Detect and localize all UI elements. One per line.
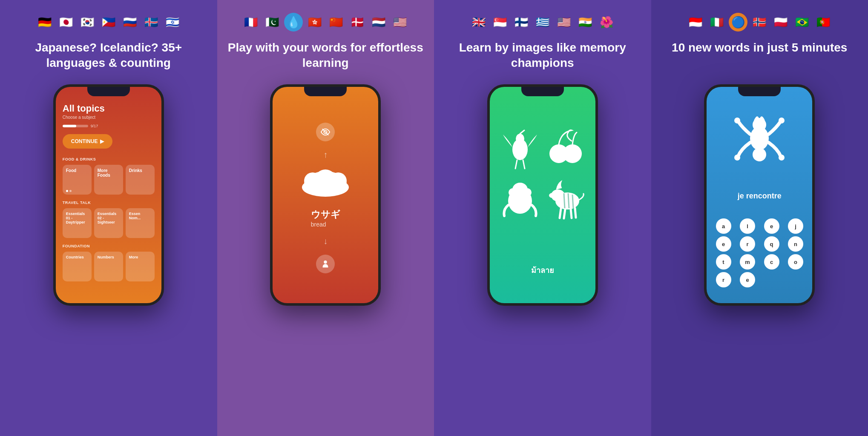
flag-philippines: 🇵🇭 (99, 13, 118, 32)
crane-cell (501, 124, 539, 171)
progress-bar-row: 9/17 (63, 124, 155, 128)
phone-mockup-2: ↑ ウサギ bread ↓ (270, 84, 381, 306)
phone-notch-1 (87, 87, 130, 96)
letter-r2[interactable]: r (716, 272, 731, 287)
section-foundation: FOUNDATION (63, 244, 155, 248)
letter-e3[interactable]: e (740, 272, 755, 287)
panel-images: 🇬🇧 🇸🇬 🇫🇮 🇬🇷 🇺🇸 🇮🇳 🌺 Learn by images like… (434, 0, 651, 436)
svg-line-24 (564, 209, 565, 218)
svg-point-7 (330, 172, 347, 189)
svg-point-8 (324, 261, 327, 264)
svg-point-35 (779, 155, 785, 161)
topic-card-numbers[interactable]: Numbers (94, 252, 123, 281)
flag-singapore: 🇸🇬 (491, 13, 509, 32)
letter-o[interactable]: o (788, 254, 803, 270)
flag-brazil: 🇧🇷 (793, 13, 811, 32)
letter-m[interactable]: m (740, 254, 755, 270)
svg-point-15 (563, 144, 582, 163)
phone-screen-1: All topics Choose a subject 9/17 CONTINU… (56, 87, 161, 303)
svg-point-34 (734, 155, 740, 161)
svg-line-11 (520, 130, 524, 134)
headline-2: Play with your words for effortless lear… (226, 40, 426, 74)
drinks-label: Drinks (129, 168, 142, 173)
letter-e1[interactable]: e (764, 218, 779, 234)
flag-china: 🇨🇳 (327, 13, 345, 32)
svg-point-32 (734, 118, 740, 123)
topic-card-essentials-1[interactable]: Essentials 01 - Daytripper (63, 208, 92, 238)
travel-cards-row: Essentials 01 - Daytripper Essentials 02… (63, 208, 155, 238)
eye-icon-circle (316, 123, 335, 141)
flag-india: 🇮🇳 (576, 13, 595, 32)
essentials2-label: Essentials 02 - Sightseer (98, 212, 120, 224)
letter-r[interactable]: r (740, 236, 755, 252)
essentials3-label: Essen Nom... (129, 212, 151, 220)
letter-e2[interactable]: e (716, 236, 731, 252)
dot-1 (66, 190, 68, 192)
arrow-up: ↑ (323, 150, 328, 160)
flag-germany: 🇩🇪 (35, 13, 54, 32)
food-label: Food (66, 168, 76, 173)
numbers-label: Numbers (98, 255, 114, 259)
svg-point-18 (509, 188, 517, 197)
topic-card-essentials-3[interactable]: Essen Nom... (126, 208, 155, 238)
headline-4: 10 new words in just 5 minutes (672, 40, 847, 74)
flag-israel: 🇮🇱 (163, 13, 182, 32)
topic-card-more[interactable]: More (126, 252, 155, 281)
letter-n[interactable]: n (788, 236, 803, 252)
phone-screen-2: ↑ ウサギ bread ↓ (273, 87, 378, 303)
flag-portugal: 🇵🇹 (814, 13, 833, 32)
flag-france: 🇫🇷 (241, 13, 260, 32)
letter-l[interactable]: l (740, 218, 755, 234)
svg-point-22 (549, 193, 556, 198)
flag-korea: 🇰🇷 (78, 13, 97, 32)
panel-new-words: 🇮🇩 🇮🇹 🔵 🇳🇴 🇵🇱 🇧🇷 🇵🇹 10 new words in just… (651, 0, 868, 436)
food-cards-row: Food More Foods Drinks (63, 165, 155, 195)
svg-point-33 (779, 118, 785, 123)
flag-row-4: 🇮🇩 🇮🇹 🔵 🇳🇴 🇵🇱 🇧🇷 🇵🇹 (686, 13, 833, 32)
svg-point-36 (753, 148, 766, 161)
flag-japan: 🇯🇵 (57, 13, 75, 32)
flag-usa-3: 🇺🇸 (555, 13, 573, 32)
letter-a[interactable]: a (716, 218, 731, 234)
panel-languages: 🇩🇪 🇯🇵 🇰🇷 🇵🇭 🇷🇺 🇮🇸 🇮🇱 Japanese? Icelandic… (0, 0, 217, 436)
continue-button[interactable]: CONTINUE ▶ (63, 134, 113, 149)
letter-j[interactable]: j (788, 218, 803, 234)
animal-grid (497, 120, 589, 224)
topic-card-drinks[interactable]: Drinks (126, 165, 155, 195)
letter-c[interactable]: c (764, 254, 779, 270)
flag-denmark: 🇩🇰 (348, 13, 367, 32)
topic-card-food[interactable]: Food (63, 165, 92, 195)
phone-notch-4 (738, 87, 781, 96)
foundation-cards-row: Countries Numbers More (63, 252, 155, 281)
panel-play-words: 🇫🇷 🇵🇰 💧 🇭🇰 🇨🇳 🇩🇰 🇳🇱 🇺🇸 Play with your wo… (217, 0, 434, 436)
letter-q[interactable]: q (764, 236, 779, 252)
figure-image (732, 109, 787, 174)
letter-t[interactable]: t (716, 254, 731, 270)
topic-card-essentials-2[interactable]: Essentials 02 - Sightseer (94, 208, 123, 238)
flag-hongkong: 🇭🇰 (305, 13, 324, 32)
thai-word: ม้าลาย (531, 264, 554, 276)
topic-card-more-foods[interactable]: More Foods (94, 165, 123, 195)
letter-grid: a l e j e r q n t m c o r e (711, 218, 808, 287)
flag-greece: 🇬🇷 (533, 13, 552, 32)
more-label: More (129, 255, 138, 259)
choose-subject: Choose a subject (63, 115, 155, 120)
food-dots (66, 190, 72, 192)
svg-line-27 (564, 193, 565, 208)
countries-label: Countries (66, 255, 84, 259)
topic-card-countries[interactable]: Countries (63, 252, 92, 281)
flag-hawaii: 🌺 (597, 13, 616, 32)
phone-mockup-3: ม้าลาย (487, 84, 598, 306)
flag-row-3: 🇬🇧 🇸🇬 🇫🇮 🇬🇷 🇺🇸 🇮🇳 🌺 (469, 13, 616, 32)
flag-italy: 🇮🇹 (707, 13, 726, 32)
flag-russia: 🇷🇺 (121, 13, 139, 32)
person-icon-circle (316, 255, 335, 273)
gorilla-cell (501, 178, 539, 220)
flag-droplet-4: 🔵 (729, 13, 747, 32)
svg-line-29 (572, 195, 573, 208)
cherry-cell (546, 124, 584, 171)
bread-image (300, 168, 351, 200)
dot-2 (69, 190, 72, 192)
phone-mockup-4: je rencontre a l e j e r q n t m c o r e (704, 84, 815, 306)
flag-netherlands: 🇳🇱 (369, 13, 388, 32)
